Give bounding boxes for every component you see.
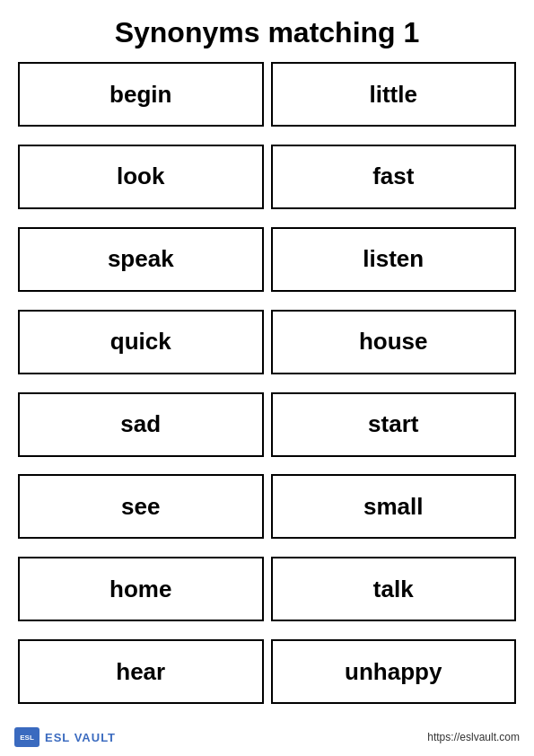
word-card-right-talk: talk (271, 557, 517, 621)
word-card-right-small: small (271, 474, 517, 539)
word-card-right-listen: listen (271, 227, 517, 292)
word-card-left-see: see (18, 474, 264, 539)
word-card-right-unhappy: unhappy (271, 639, 517, 704)
word-card-right-little: little (271, 62, 517, 127)
footer: ESL ESL VAULT https://eslvault.com (0, 722, 534, 752)
word-card-left-sad: sad (18, 392, 264, 457)
word-grid: beginlittlelookfastspeaklistenquickhouse… (18, 62, 516, 715)
word-card-left-quick: quick (18, 310, 264, 374)
word-card-left-begin: begin (18, 62, 264, 127)
word-card-left-look: look (18, 145, 264, 209)
word-card-left-speak: speak (18, 227, 264, 292)
word-card-left-hear: hear (18, 639, 264, 704)
footer-url: https://eslvault.com (427, 731, 520, 743)
logo-icon: ESL (14, 727, 39, 747)
word-card-right-fast: fast (271, 145, 517, 209)
logo-text: ESL VAULT (45, 731, 116, 744)
word-card-right-house: house (271, 310, 517, 374)
logo-area: ESL ESL VAULT (14, 727, 116, 747)
word-card-left-home: home (18, 557, 264, 621)
word-card-right-start: start (271, 392, 517, 457)
page-title: Synonyms matching 1 (115, 16, 420, 49)
